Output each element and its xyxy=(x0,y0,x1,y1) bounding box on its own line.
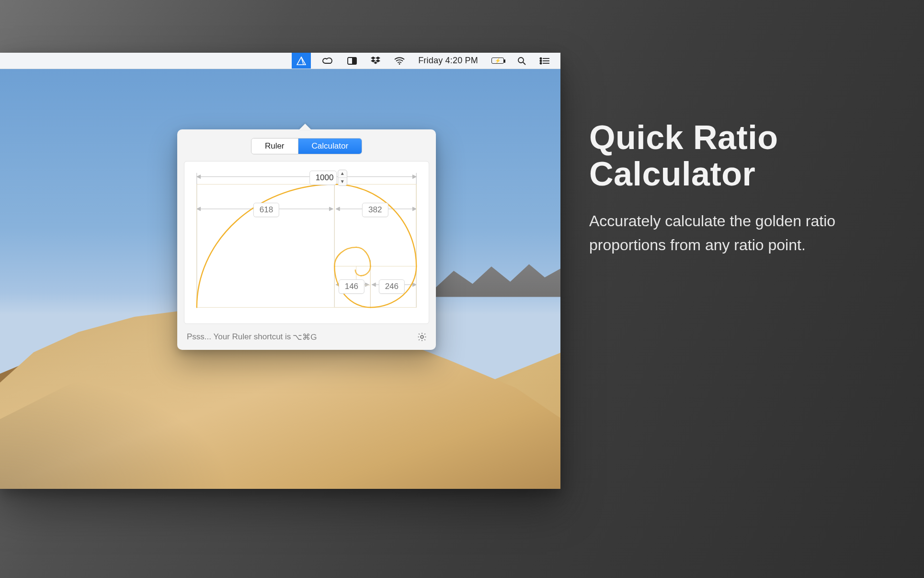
segmented-control: Ruler Calculator xyxy=(251,138,362,154)
promo-title-line1: Quick Ratio xyxy=(589,119,778,156)
subleft-value-box[interactable]: 146 xyxy=(339,279,365,294)
subright-value: 246 xyxy=(385,282,399,291)
menubar: Friday 4:20 PM ⚡ xyxy=(0,53,560,69)
tab-calculator[interactable]: Calculator xyxy=(298,139,362,154)
stepper-up[interactable]: ▲ xyxy=(338,170,347,178)
right-value-box[interactable]: 382 xyxy=(362,203,388,217)
creative-cloud-icon[interactable] xyxy=(319,53,337,69)
panel-icon[interactable] xyxy=(344,53,360,69)
hint-prefix: Psss... Your Ruler shortcut is xyxy=(187,332,291,342)
total-value: 1000 xyxy=(316,173,334,182)
svg-marker-17 xyxy=(336,207,340,211)
promo-title-line2: Calculator xyxy=(589,155,755,193)
left-value: 618 xyxy=(260,205,273,214)
desktop-screenshot: Friday 4:20 PM ⚡ Ruler Calculator xyxy=(0,53,560,489)
menubar-clock[interactable]: Friday 4:20 PM xyxy=(415,53,481,69)
control-center-icon[interactable] xyxy=(536,53,553,69)
hint-shortcut: ⌥⌘G xyxy=(293,332,317,342)
tab-ruler[interactable]: Ruler xyxy=(251,139,298,154)
svg-marker-15 xyxy=(329,207,333,211)
svg-marker-21 xyxy=(365,283,369,287)
svg-rect-1 xyxy=(352,58,356,64)
spotlight-icon[interactable] xyxy=(514,53,529,69)
menubar-app-icon[interactable] xyxy=(292,53,311,69)
popover-tabs: Ruler Calculator xyxy=(177,129,436,161)
clock-text: Friday 4:20 PM xyxy=(418,56,478,66)
left-value-box[interactable]: 618 xyxy=(253,203,279,217)
svg-marker-11 xyxy=(197,175,201,179)
subright-value-box[interactable]: 246 xyxy=(379,279,405,294)
svg-marker-14 xyxy=(197,207,201,211)
shortcut-hint: Psss... Your Ruler shortcut is ⌥⌘G xyxy=(187,332,317,342)
svg-point-2 xyxy=(399,63,400,65)
settings-button[interactable] xyxy=(417,332,427,342)
calculator-canvas: 1000 ▲ ▼ 618 382 146 246 xyxy=(184,161,429,324)
svg-point-33 xyxy=(421,335,423,338)
subleft-value: 146 xyxy=(345,282,358,291)
total-input[interactable]: 1000 xyxy=(309,171,337,185)
promo-title: Quick Ratio Calculator xyxy=(589,120,895,192)
svg-point-3 xyxy=(518,58,524,63)
svg-marker-18 xyxy=(412,207,416,211)
calculator-popover: Ruler Calculator xyxy=(177,129,436,350)
svg-marker-12 xyxy=(412,175,416,179)
svg-point-6 xyxy=(540,60,541,61)
svg-point-4 xyxy=(540,58,541,59)
total-stepper[interactable]: ▲ ▼ xyxy=(338,170,347,186)
svg-marker-23 xyxy=(372,283,376,287)
wifi-icon[interactable] xyxy=(391,53,408,69)
dropbox-icon[interactable] xyxy=(367,53,384,69)
popover-footer: Psss... Your Ruler shortcut is ⌥⌘G xyxy=(177,324,436,350)
battery-icon[interactable]: ⚡ xyxy=(489,53,507,69)
promo-copy: Quick Ratio Calculator Accurately calcul… xyxy=(589,120,895,257)
diagram-svg xyxy=(188,165,425,317)
svg-point-8 xyxy=(540,62,541,64)
svg-marker-24 xyxy=(412,283,416,287)
svg-rect-30 xyxy=(334,185,416,266)
promo-body: Accurately calculate the golden ratio pr… xyxy=(589,209,838,257)
stepper-down[interactable]: ▼ xyxy=(338,177,347,185)
right-value: 382 xyxy=(368,205,382,214)
